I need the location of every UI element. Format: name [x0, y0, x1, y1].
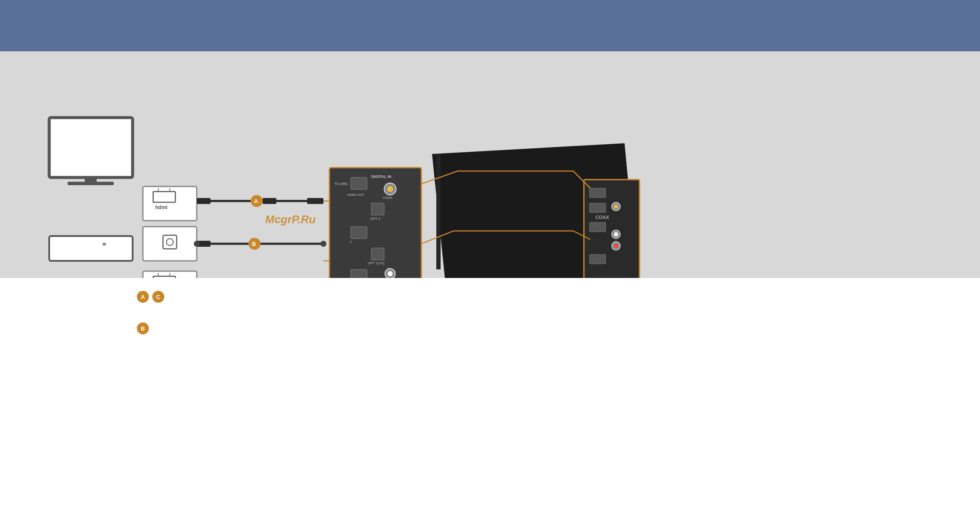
svg-rect-18: [197, 198, 210, 204]
svg-rect-70: [436, 154, 441, 269]
svg-text:McgrP.Ru: McgrP.Ru: [265, 213, 316, 226]
svg-text:hdmi: hdmi: [155, 204, 168, 210]
svg-text:ARC: ARC: [340, 182, 349, 186]
svg-rect-24: [307, 198, 323, 204]
svg-rect-53: [351, 227, 367, 239]
svg-text:DIGITAL IN: DIGITAL IN: [371, 174, 391, 179]
svg-point-30: [194, 241, 200, 247]
svg-rect-55: [371, 248, 384, 260]
svg-point-80: [614, 244, 618, 248]
svg-rect-45: [351, 177, 367, 189]
svg-rect-22: [263, 198, 276, 204]
diagram-area: hdmi hdmi A: [0, 51, 980, 278]
svg-text:OPT 1(TV): OPT 1(TV): [368, 261, 385, 265]
svg-text:OPT 2: OPT 2: [370, 217, 381, 221]
main-content: hdmi hdmi A: [0, 51, 980, 363]
badge-c: C: [152, 291, 164, 303]
svg-rect-4: [103, 243, 106, 245]
svg-point-60: [388, 271, 393, 276]
svg-text:COAX: COAX: [595, 215, 609, 220]
svg-rect-3: [49, 236, 133, 261]
badge-a: A: [137, 291, 149, 303]
badges-ac-row: A C: [137, 291, 843, 303]
svg-rect-2: [68, 182, 114, 185]
svg-text:TV·: TV·: [335, 182, 340, 186]
svg-text:B: B: [252, 241, 256, 247]
svg-rect-0: [49, 118, 133, 177]
svg-point-49: [387, 186, 393, 192]
svg-text:A: A: [254, 198, 258, 204]
connection-diagram: hdmi hdmi A: [0, 51, 980, 278]
svg-text:HDMI OUT: HDMI OUT: [347, 193, 364, 197]
top-banner: [0, 0, 980, 51]
svg-rect-81: [589, 254, 606, 264]
svg-rect-73: [589, 203, 606, 213]
svg-point-78: [614, 232, 618, 236]
svg-rect-72: [589, 188, 606, 198]
svg-rect-57: [351, 269, 367, 278]
bottom-section: A C B: [0, 278, 980, 363]
svg-rect-1: [85, 177, 97, 183]
svg-text:L: L: [388, 267, 389, 270]
svg-point-75: [614, 204, 618, 209]
badges-b-row: B: [137, 322, 843, 334]
svg-rect-51: [371, 203, 384, 215]
svg-text:1: 1: [350, 240, 352, 244]
svg-point-31: [320, 241, 326, 247]
svg-rect-10: [143, 227, 197, 261]
badge-b: B: [137, 322, 149, 334]
svg-rect-76: [589, 222, 606, 232]
svg-text:COAX: COAX: [383, 196, 393, 200]
